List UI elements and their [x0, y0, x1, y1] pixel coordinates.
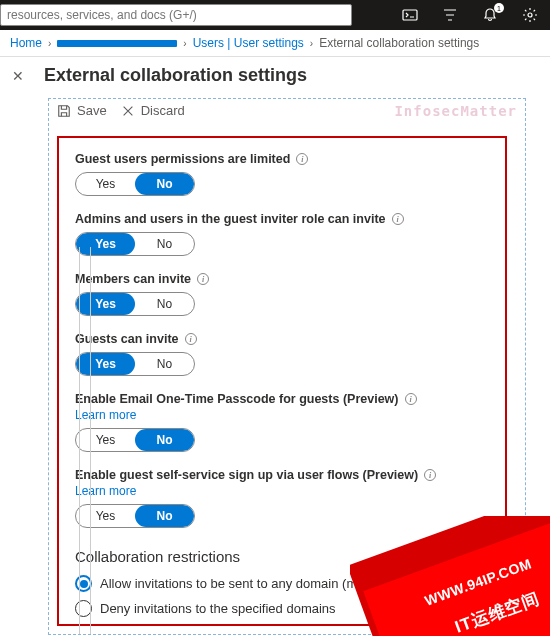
setting-members-invite: Members can invite i Yes No: [75, 272, 489, 316]
setting-label: Members can invite i: [75, 272, 489, 286]
toggle-no[interactable]: No: [135, 293, 194, 315]
toggle-self-service[interactable]: Yes No: [75, 504, 195, 528]
info-icon[interactable]: i: [197, 273, 209, 285]
cloud-shell-icon[interactable]: [390, 0, 430, 30]
filter-icon[interactable]: [430, 0, 470, 30]
radio-allow-any[interactable]: Allow invitations to be sent to any doma…: [75, 575, 489, 592]
top-bar: resources, services, and docs (G+/) 1: [0, 0, 550, 30]
setting-guest-permissions: Guest users permissions are limited i Ye…: [75, 152, 489, 196]
discard-label: Discard: [141, 103, 185, 118]
notifications-icon[interactable]: 1: [470, 0, 510, 30]
info-icon[interactable]: i: [185, 333, 197, 345]
toggle-no[interactable]: No: [135, 173, 194, 195]
toggle-admins-invite[interactable]: Yes No: [75, 232, 195, 256]
learn-more-link[interactable]: Learn more: [75, 484, 489, 498]
setting-label: Guests can invite i: [75, 332, 489, 346]
toggle-members-invite[interactable]: Yes No: [75, 292, 195, 316]
toggle-no[interactable]: No: [135, 233, 194, 255]
search-placeholder: resources, services, and docs (G+/): [7, 8, 197, 22]
info-icon[interactable]: i: [296, 153, 308, 165]
radio-allow-specified[interactable]: Allow invitations only to the specified …: [75, 625, 489, 626]
discard-button[interactable]: Discard: [121, 103, 185, 118]
setting-label: Guest users permissions are limited i: [75, 152, 489, 166]
setting-label: Enable Email One-Time Passcode for guest…: [75, 392, 489, 406]
save-label: Save: [77, 103, 107, 118]
toggle-no[interactable]: No: [135, 429, 194, 451]
toggle-email-otp[interactable]: Yes No: [75, 428, 195, 452]
breadcrumb-redacted[interactable]: [57, 36, 177, 50]
chevron-right-icon: ›: [48, 38, 51, 49]
breadcrumb-users[interactable]: Users | User settings: [193, 36, 304, 50]
toggle-guest-permissions[interactable]: Yes No: [75, 172, 195, 196]
search-input[interactable]: resources, services, and docs (G+/): [0, 4, 352, 26]
toggle-no[interactable]: No: [135, 505, 194, 527]
settings-panel: Guest users permissions are limited i Ye…: [57, 136, 507, 626]
collab-heading: Collaboration restrictions: [75, 548, 489, 565]
close-icon[interactable]: ✕: [10, 68, 26, 84]
toolbar-wrap: Save Discard InfosecMatter Guest users p…: [48, 98, 526, 635]
setting-email-otp: Enable Email One-Time Passcode for guest…: [75, 392, 489, 452]
save-button[interactable]: Save: [57, 103, 107, 118]
toggle-guests-invite[interactable]: Yes No: [75, 352, 195, 376]
setting-guests-invite: Guests can invite i Yes No: [75, 332, 489, 376]
setting-self-service: Enable guest self-service sign up via us…: [75, 468, 489, 528]
setting-admins-invite: Admins and users in the guest inviter ro…: [75, 212, 489, 256]
chevron-right-icon: ›: [183, 38, 186, 49]
page-title: External collaboration settings: [44, 65, 307, 86]
learn-more-link[interactable]: Learn more: [75, 408, 489, 422]
watermark-top: InfosecMatter: [394, 103, 517, 119]
setting-label: Admins and users in the guest inviter ro…: [75, 212, 489, 226]
page-header: ✕ External collaboration settings: [0, 57, 550, 94]
setting-label: Enable guest self-service sign up via us…: [75, 468, 489, 482]
info-icon[interactable]: i: [424, 469, 436, 481]
scrollbar[interactable]: [79, 247, 91, 634]
info-icon[interactable]: i: [392, 213, 404, 225]
svg-rect-0: [403, 10, 417, 20]
toggle-yes[interactable]: Yes: [76, 173, 135, 195]
toolbar: Save Discard InfosecMatter: [57, 103, 517, 126]
settings-icon[interactable]: [510, 0, 550, 30]
chevron-right-icon: ›: [310, 38, 313, 49]
top-icons: 1: [390, 0, 550, 30]
breadcrumb: Home › › Users | User settings › Externa…: [0, 30, 550, 57]
toggle-no[interactable]: No: [135, 353, 194, 375]
save-icon: [57, 104, 71, 118]
discard-icon: [121, 104, 135, 118]
info-icon[interactable]: i: [405, 393, 417, 405]
radio-label: Deny invitations to the specified domain…: [100, 601, 336, 616]
notification-badge: 1: [494, 3, 504, 13]
radio-label: Allow invitations to be sent to any doma…: [100, 576, 432, 591]
breadcrumb-current: External collaboration settings: [319, 36, 479, 50]
svg-point-1: [528, 13, 532, 17]
breadcrumb-home[interactable]: Home: [10, 36, 42, 50]
